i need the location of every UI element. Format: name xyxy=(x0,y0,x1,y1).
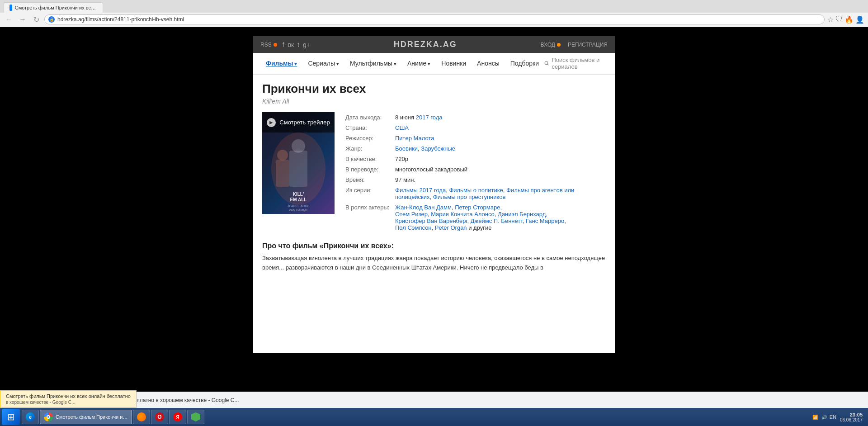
rss-link[interactable]: RSS xyxy=(260,42,277,48)
cast-sampson[interactable]: Пол Сэмпсон xyxy=(395,224,432,231)
cast-marrero[interactable]: Ганс Марреро xyxy=(526,218,564,224)
cast-stormare[interactable]: Петер Стормаре xyxy=(455,204,500,211)
opera-icon-shape: O xyxy=(155,412,164,421)
login-label: ВХОД xyxy=(541,42,555,48)
ie-icon: e xyxy=(26,412,35,421)
country-value: США xyxy=(395,123,606,133)
svg-text:EM ALL: EM ALL xyxy=(290,197,307,202)
search-icon xyxy=(544,60,549,66)
release-year-link[interactable]: 2017 года xyxy=(416,114,443,121)
notification-line1: Смотреть фильм Прикончи их всех онлайн б… xyxy=(6,393,131,399)
cast-riser[interactable]: Отем Ризер xyxy=(395,211,428,218)
film-description: Про что фильм «Прикончи их всех»: Захват… xyxy=(262,242,606,273)
site-content: Прикончи их всех Kill'em All xyxy=(253,75,615,280)
trailer-button[interactable]: ▶ Смотреть трейлер xyxy=(262,112,335,133)
cast-label: В ролях актеры: xyxy=(345,202,395,233)
login-link[interactable]: ВХОД xyxy=(541,42,561,48)
address-bar[interactable]: 🔒 hdrezka.ag/films/action/24811-prikonch… xyxy=(44,14,825,24)
genre-label: Жанр: xyxy=(345,143,395,154)
country-link[interactable]: США xyxy=(395,124,409,131)
back-button[interactable]: ← xyxy=(4,14,14,25)
tray-lang: EN xyxy=(830,414,836,420)
register-link[interactable]: РЕГИСТРАЦИЯ xyxy=(568,42,608,48)
header-right: ВХОД РЕГИСТРАЦИЯ xyxy=(541,42,608,48)
yandex-icon-shape: Я xyxy=(173,412,182,421)
cast-vanwarenberg[interactable]: Кристофер Ван Варенберг xyxy=(395,218,467,224)
page-wrapper: RSS f вк t g+ HDREZKA.AG ВХОД РЕГИСТРАЦИ… xyxy=(0,27,868,426)
shield-icon: 🛡 xyxy=(835,15,843,24)
rss-label: RSS xyxy=(260,42,272,48)
cast-alonso[interactable]: Мария Кончита Алонсо xyxy=(431,211,495,218)
chrome-center xyxy=(47,415,50,419)
series1-link[interactable]: Фильмы 2017 года xyxy=(395,187,446,194)
taskbar-opera[interactable]: O xyxy=(151,410,168,424)
rss-dot xyxy=(274,43,277,47)
tab-favicon xyxy=(9,5,12,11)
cast-organ[interactable]: Peter Organ xyxy=(435,224,467,231)
nav-serials[interactable]: Сериалы xyxy=(302,57,344,70)
director-link[interactable]: Питер Малота xyxy=(395,135,434,142)
network-icon: 📶 xyxy=(811,413,819,421)
nav-cartoons[interactable]: Мультфильмы xyxy=(344,57,402,70)
yandex-icon: Я xyxy=(173,412,182,421)
site-container: RSS f вк t g+ HDREZKA.AG ВХОД РЕГИСТРАЦИ… xyxy=(253,36,615,353)
browser-tab[interactable]: Смотреть фильм Прикончи их всех онлайн б… xyxy=(4,2,103,13)
browser-chrome: Смотреть фильм Прикончи их всех онлайн б… xyxy=(0,0,868,27)
taskbar-ie[interactable]: e xyxy=(22,410,39,424)
flame-icon: 🔥 xyxy=(844,15,854,24)
svg-rect-5 xyxy=(276,160,289,187)
vk-link[interactable]: вк xyxy=(288,41,294,48)
nav-collections[interactable]: Подборки xyxy=(505,57,544,70)
shield-icon xyxy=(191,412,200,421)
browser-tabs: Смотреть фильм Прикончи их всех онлайн б… xyxy=(0,0,868,13)
start-button[interactable]: ⊞ xyxy=(2,409,20,425)
cast-others: и другие xyxy=(468,224,491,231)
browser-toolbar: ← → ↻ 🔒 hdrezka.ag/films/action/24811-pr… xyxy=(0,13,868,27)
nav-announce[interactable]: Анонсы xyxy=(472,57,505,70)
gplus-link[interactable]: g+ xyxy=(303,41,310,48)
info-row-dub: В переводе: многоголосый закадровый xyxy=(345,164,606,175)
film-description-text: Захватывающая кинолента в лучших традици… xyxy=(262,254,606,273)
series-label: Из серии: xyxy=(345,185,395,202)
nav-new[interactable]: Новинки xyxy=(436,57,472,70)
svg-text:KILL': KILL' xyxy=(293,192,304,197)
taskbar-chrome[interactable]: Смотреть фильм Прикончи их всех онлайн б… xyxy=(40,410,132,424)
cast-bernhard[interactable]: Даниэл Бернхард xyxy=(498,211,546,218)
svg-line-1 xyxy=(547,64,549,66)
taskbar-firefox[interactable] xyxy=(133,410,150,424)
series4-link[interactable]: Фильмы про преступников xyxy=(433,194,506,200)
country-label: Страна: xyxy=(345,123,395,133)
nav-search[interactable]: Поиск фильмов и сериалов xyxy=(544,57,608,70)
system-tray: 📶 🔊 EN xyxy=(811,413,836,421)
svg-text:JEAN CLAUDE: JEAN CLAUDE xyxy=(288,204,310,208)
volume-icon: 🔊 xyxy=(821,413,828,421)
film-poster: KILL' EM ALL JEAN CLAUDE VAN DAMME ▶ Смо… xyxy=(262,112,335,233)
taskbar-yandex[interactable]: Я xyxy=(169,410,186,424)
security-icon: 🔒 xyxy=(48,16,55,23)
chrome-icon-shape xyxy=(44,412,53,421)
clock-time: 23:05 xyxy=(840,412,863,417)
taskbar-antivirus[interactable] xyxy=(187,410,204,424)
svg-point-4 xyxy=(292,139,305,153)
firefox-icon-shape xyxy=(137,412,146,421)
cast-bennett[interactable]: Джеймс П. Беннетт xyxy=(471,218,523,224)
genre1-link[interactable]: Боевики xyxy=(395,145,418,152)
info-row-series: Из серии: Фильмы 2017 года, Фильмы о пол… xyxy=(345,185,606,202)
time-label: Время: xyxy=(345,175,395,185)
info-row-time: Время: 97 мин. xyxy=(345,175,606,185)
nav-films[interactable]: Фильмы xyxy=(260,57,302,70)
taskbar-right: 📶 🔊 EN 23:05 06.06.2017 xyxy=(808,412,866,422)
facebook-link[interactable]: f xyxy=(283,41,284,48)
nav-anime[interactable]: Аниме xyxy=(402,57,436,70)
twitter-link[interactable]: t xyxy=(297,41,299,48)
bookmark-button[interactable]: ☆ xyxy=(827,15,834,24)
header-left: RSS f вк t g+ xyxy=(260,41,310,48)
info-row-release: Дата выхода: 8 июня 2017 года xyxy=(345,112,606,123)
info-row-quality: В качестве: 720р xyxy=(345,154,606,164)
refresh-button[interactable]: ↻ xyxy=(31,14,42,25)
genre2-link[interactable]: Зарубежные xyxy=(421,145,455,152)
series2-link[interactable]: Фильмы о политике xyxy=(449,187,503,194)
cast-jcvd[interactable]: Жан-Клод Ван Дамм xyxy=(395,204,452,211)
forward-button[interactable]: → xyxy=(17,14,28,25)
genre-value: Боевики, Зарубежные xyxy=(395,143,606,154)
